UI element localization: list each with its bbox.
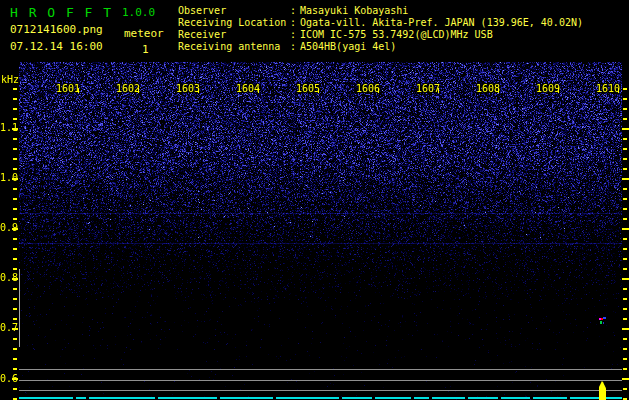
colon-separator: :: [290, 41, 300, 53]
freq-tick: [13, 218, 17, 220]
station-label: Receiving antenna: [178, 41, 290, 53]
freq-tick: [13, 348, 17, 350]
freq-tick: [13, 88, 17, 90]
freq-tick: [13, 138, 17, 140]
freq-tick: [623, 338, 627, 340]
freq-tick: [13, 98, 17, 100]
time-label: 1601: [48, 83, 88, 94]
freq-label: 1.1: [0, 122, 17, 133]
freq-tick: [13, 208, 17, 210]
time-label: 1603: [168, 83, 208, 94]
level-line: [19, 390, 622, 391]
freq-tick: [623, 138, 627, 140]
freq-tick: [623, 358, 627, 360]
freq-tick: [623, 308, 627, 310]
time-label: 1607: [408, 83, 448, 94]
freq-tick: [13, 388, 17, 390]
freq-label: 0.8: [0, 272, 17, 283]
station-row-observer: Observer:Masayuki Kobayashi: [178, 5, 408, 17]
freq-tick: [623, 298, 627, 300]
freq-tick: [13, 108, 17, 110]
level-line: [19, 380, 622, 381]
freq-tick: [623, 318, 627, 320]
observation-datetime: 07.12.14 16:00: [10, 40, 103, 53]
freq-tick: [13, 168, 17, 170]
time-label: 1610: [588, 83, 628, 94]
level-line: [19, 369, 622, 370]
colon-separator: :: [290, 17, 300, 29]
freq-label: 0.7: [0, 322, 17, 333]
app-title: H R O F F T: [10, 5, 113, 20]
freq-tick: [13, 338, 17, 340]
freq-tick: [13, 268, 17, 270]
output-filename: 0712141600.png: [10, 23, 103, 36]
freq-axis-unit: kHz: [1, 74, 19, 85]
freq-tick: [13, 118, 17, 120]
freq-tick: [623, 188, 627, 190]
station-label: Receiving Location: [178, 17, 290, 29]
freq-tick: [13, 248, 17, 250]
station-value: A504HB(yagi 4el): [300, 41, 396, 53]
freq-tick: [623, 168, 627, 170]
freq-tick: [13, 198, 17, 200]
app-version: 1.0.0: [122, 6, 155, 19]
time-label: 1605: [288, 83, 328, 94]
freq-tick: [13, 298, 17, 300]
freq-tick: [13, 368, 17, 370]
freq-label: 1.0: [0, 172, 17, 183]
mode-label: meteor: [124, 27, 164, 40]
time-label: 1608: [468, 83, 508, 94]
freq-tick: [623, 288, 627, 290]
freq-tick: [622, 178, 629, 180]
time-label: 1602: [108, 83, 148, 94]
station-value: ICOM IC-575 53.7492(@LCD)MHz USB: [300, 29, 493, 41]
freq-tick: [623, 388, 627, 390]
freq-label: 0.6: [0, 373, 17, 384]
freq-tick: [623, 108, 627, 110]
spectrogram-noise: [19, 62, 622, 400]
echo-pixel-blue: [603, 317, 606, 319]
freq-tick: [623, 198, 627, 200]
freq-tick: [622, 378, 629, 380]
freq-tick: [623, 348, 627, 350]
hrofft-screen: H R O F F T 1.0.0 0712141600.png meteor …: [0, 0, 629, 400]
freq-tick: [13, 288, 17, 290]
freq-tick: [623, 268, 627, 270]
freq-tick: [622, 228, 629, 230]
freq-tick: [623, 158, 627, 160]
freq-tick: [623, 238, 627, 240]
freq-tick: [623, 248, 627, 250]
freq-tick: [623, 118, 627, 120]
station-row-location: Receiving Location:Ogata-vill. Akita-Pre…: [178, 17, 583, 29]
freq-tick: [622, 278, 629, 280]
freq-tick: [13, 318, 17, 320]
freq-tick: [623, 208, 627, 210]
freq-tick: [13, 258, 17, 260]
left-scale-bar: [19, 269, 20, 347]
freq-tick: [13, 148, 17, 150]
station-value: Masayuki Kobayashi: [300, 5, 408, 17]
freq-tick: [13, 238, 17, 240]
freq-tick: [623, 98, 627, 100]
station-label: Receiver: [178, 29, 290, 41]
echo-pixel-blue2: [603, 322, 604, 324]
freq-tick: [622, 328, 629, 330]
time-label: 1604: [228, 83, 268, 94]
meteor-count: 1: [142, 43, 149, 56]
freq-tick: [623, 368, 627, 370]
freq-tick: [623, 258, 627, 260]
time-label: 1609: [528, 83, 568, 94]
station-label: Observer: [178, 5, 290, 17]
echo-pixel-green: [600, 321, 602, 324]
freq-tick: [623, 148, 627, 150]
freq-tick: [13, 188, 17, 190]
freq-tick: [622, 128, 629, 130]
freq-tick: [13, 158, 17, 160]
station-row-receiver: Receiver:ICOM IC-575 53.7492(@LCD)MHz US…: [178, 29, 493, 41]
station-row-antenna: Receiving antenna:A504HB(yagi 4el): [178, 41, 396, 53]
freq-tick: [13, 358, 17, 360]
time-label: 1606: [348, 83, 388, 94]
freq-tick: [623, 218, 627, 220]
station-value: Ogata-vill. Akita-Pref. JAPAN (139.96E, …: [300, 17, 583, 29]
freq-tick: [13, 308, 17, 310]
